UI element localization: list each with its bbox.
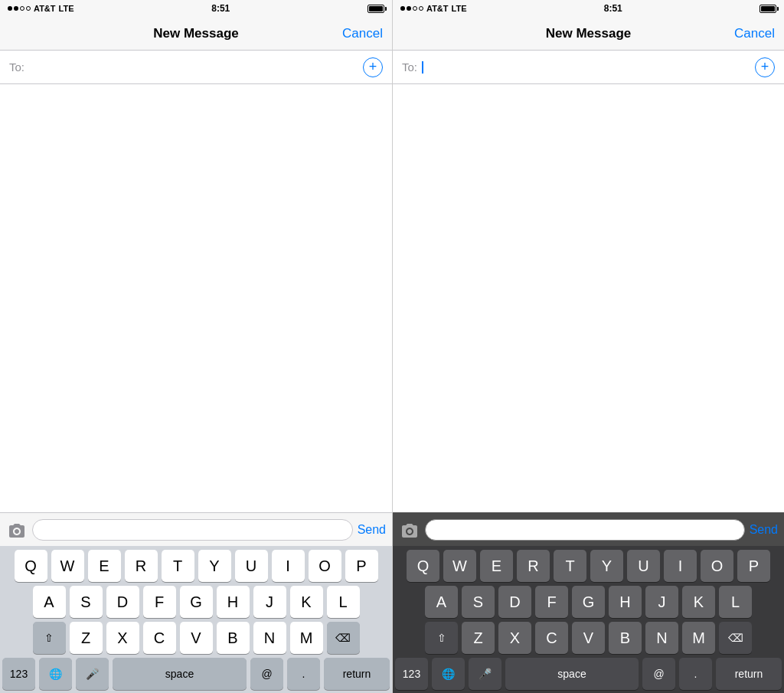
status-left: AT&T LTE <box>8 4 74 13</box>
key-V-left[interactable]: V <box>180 622 213 654</box>
key-A-right[interactable]: A <box>425 586 458 618</box>
send-button-left[interactable]: Send <box>358 523 386 537</box>
key-P-right[interactable]: P <box>737 550 770 582</box>
to-input-right[interactable] <box>422 61 755 74</box>
key-V-right[interactable]: V <box>572 622 605 654</box>
key-H-right[interactable]: H <box>609 586 642 618</box>
key-M-left[interactable]: M <box>290 622 323 654</box>
key-I-right[interactable]: I <box>664 550 697 582</box>
rdot1 <box>400 6 405 11</box>
key-T-right[interactable]: T <box>554 550 586 582</box>
plus-icon-left: + <box>369 59 377 75</box>
add-recipient-button-left[interactable]: + <box>363 57 383 77</box>
left-panel: AT&T LTE 8:51 New Message Cancel To: + S <box>0 0 392 693</box>
key-B-right[interactable]: B <box>609 622 642 654</box>
key-at-right[interactable]: @ <box>642 658 675 690</box>
key-X-left[interactable]: X <box>106 622 139 654</box>
key-numbers-right[interactable]: 123 <box>395 658 428 690</box>
keyboard-row2-right: A S D F G H J K L <box>393 582 784 618</box>
key-Z-right[interactable]: Z <box>462 622 495 654</box>
key-U-right[interactable]: U <box>627 550 660 582</box>
key-D-right[interactable]: D <box>498 586 531 618</box>
status-left-right: AT&T LTE <box>400 4 466 13</box>
key-space-right[interactable]: space <box>505 658 639 690</box>
key-F-left[interactable]: F <box>143 586 176 618</box>
key-K-left[interactable]: K <box>290 586 323 618</box>
key-D-left[interactable]: D <box>106 586 139 618</box>
key-F-right[interactable]: F <box>535 586 568 618</box>
carrier-left: AT&T <box>34 4 56 13</box>
to-field-right: To: + <box>393 51 784 84</box>
key-period-left[interactable]: . <box>287 658 320 690</box>
key-I-left[interactable]: I <box>272 550 305 582</box>
key-R-right[interactable]: R <box>517 550 550 582</box>
keyboard-row2-left: A S D F G H J K L <box>0 582 392 618</box>
key-C-right[interactable]: C <box>535 622 568 654</box>
key-M-right[interactable]: M <box>682 622 715 654</box>
dot1 <box>8 6 12 11</box>
key-return-left[interactable]: return <box>324 658 390 690</box>
key-G-left[interactable]: G <box>180 586 213 618</box>
key-O-left[interactable]: O <box>309 550 341 582</box>
key-U-left[interactable]: U <box>235 550 268 582</box>
key-Q-right[interactable]: Q <box>407 550 439 582</box>
text-cursor-right <box>422 61 423 74</box>
key-Y-left[interactable]: Y <box>198 550 231 582</box>
message-area-right[interactable] <box>393 84 784 512</box>
key-Q-left[interactable]: Q <box>15 550 47 582</box>
key-A-left[interactable]: A <box>33 586 66 618</box>
key-numbers-left[interactable]: 123 <box>2 658 35 690</box>
key-J-right[interactable]: J <box>645 586 678 618</box>
rdot4 <box>419 6 423 11</box>
network-left: LTE <box>59 4 74 13</box>
key-N-right[interactable]: N <box>645 622 678 654</box>
key-Y-right[interactable]: Y <box>590 550 623 582</box>
key-delete-right[interactable]: ⌫ <box>719 622 752 654</box>
key-S-left[interactable]: S <box>70 586 103 618</box>
key-J-left[interactable]: J <box>253 586 286 618</box>
key-shift-right[interactable]: ⇧ <box>425 622 458 654</box>
key-period-right[interactable]: . <box>679 658 712 690</box>
input-bar-left: Send <box>0 512 392 546</box>
key-L-right[interactable]: L <box>719 586 752 618</box>
key-delete-left[interactable]: ⌫ <box>327 622 360 654</box>
key-G-right[interactable]: G <box>572 586 605 618</box>
key-mic-left[interactable]: 🎤 <box>76 658 109 690</box>
message-area-left[interactable] <box>0 84 392 512</box>
status-bar-right: AT&T LTE 8:51 <box>393 0 784 17</box>
key-L-left[interactable]: L <box>327 586 360 618</box>
message-input-right[interactable] <box>425 519 745 541</box>
key-space-left[interactable]: space <box>113 658 247 690</box>
nav-title-right: New Message <box>546 26 632 41</box>
key-P-left[interactable]: P <box>345 550 378 582</box>
key-at-left[interactable]: @ <box>250 658 283 690</box>
camera-button-left[interactable] <box>6 519 28 541</box>
key-O-right[interactable]: O <box>701 550 733 582</box>
key-globe-left[interactable]: 🌐 <box>39 658 72 690</box>
camera-button-right[interactable] <box>399 519 420 541</box>
key-return-right[interactable]: return <box>716 658 782 690</box>
key-H-left[interactable]: H <box>217 586 250 618</box>
key-shift-left[interactable]: ⇧ <box>33 622 66 654</box>
key-E-right[interactable]: E <box>480 550 513 582</box>
key-E-left[interactable]: E <box>88 550 121 582</box>
key-C-left[interactable]: C <box>143 622 176 654</box>
key-mic-right[interactable]: 🎤 <box>469 658 501 690</box>
key-N-left[interactable]: N <box>253 622 286 654</box>
cancel-button-right[interactable]: Cancel <box>734 26 775 41</box>
key-Z-left[interactable]: Z <box>70 622 103 654</box>
send-button-right[interactable]: Send <box>750 523 778 537</box>
to-label-left: To: <box>9 60 24 74</box>
message-input-left[interactable] <box>32 519 353 541</box>
key-K-right[interactable]: K <box>682 586 715 618</box>
add-recipient-button-right[interactable]: + <box>755 57 775 77</box>
cancel-button-left[interactable]: Cancel <box>342 26 383 41</box>
key-T-left[interactable]: T <box>162 550 194 582</box>
key-globe-right[interactable]: 🌐 <box>432 658 465 690</box>
key-S-right[interactable]: S <box>462 586 495 618</box>
key-W-left[interactable]: W <box>51 550 84 582</box>
key-W-right[interactable]: W <box>443 550 476 582</box>
key-X-right[interactable]: X <box>498 622 531 654</box>
key-R-left[interactable]: R <box>125 550 158 582</box>
key-B-left[interactable]: B <box>217 622 250 654</box>
